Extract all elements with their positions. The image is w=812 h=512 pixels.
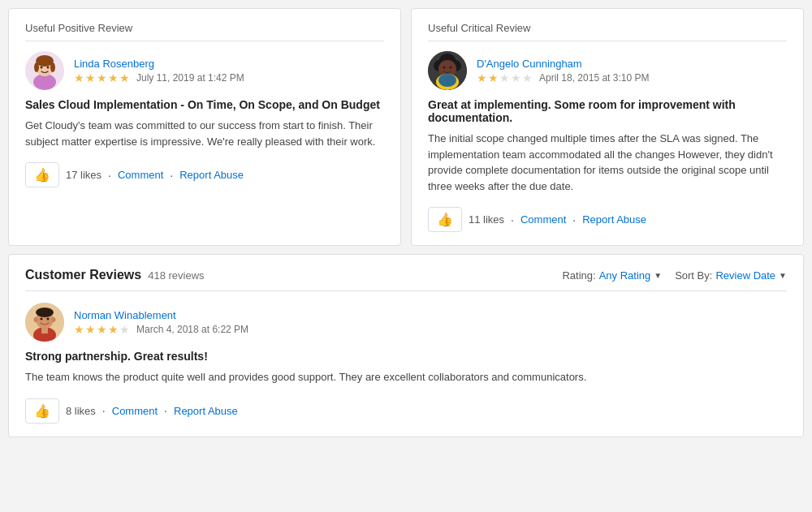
critical-reviewer-info: D'Angelo Cunningham ★ ★ ★ ★ ★ April 18, … xyxy=(477,58,649,84)
star-2: ★ xyxy=(85,71,96,84)
svg-point-18 xyxy=(438,74,456,87)
positive-review-date: July 11, 2019 at 1:42 PM xyxy=(136,72,244,84)
avatar xyxy=(25,303,64,342)
critical-review-date: April 18, 2015 at 3:10 PM xyxy=(539,72,649,84)
positive-stars: ★ ★ ★ ★ ★ xyxy=(74,71,130,84)
star-3: ★ xyxy=(499,71,510,84)
norman-stars-date-row: ★ ★ ★ ★ ★ March 4, 2018 at 6:22 PM xyxy=(74,323,248,336)
positive-reviewer-row: Linda Rosenberg ★ ★ ★ ★ ★ July 11, 2019 … xyxy=(25,51,384,90)
star-5: ★ xyxy=(119,71,130,84)
customer-reviews-left: Customer Reviews 418 reviews xyxy=(25,268,205,282)
critical-thumbs-button[interactable]: 👍 xyxy=(428,207,462,232)
star-1: ★ xyxy=(74,71,84,84)
sort-value[interactable]: Review Date xyxy=(715,269,775,282)
norman-review-text: The team knows the product quite well an… xyxy=(25,369,787,385)
norman-stars: ★ ★ ★ ★ ★ xyxy=(74,323,130,336)
critical-reviewer-name[interactable]: D'Angelo Cunningham xyxy=(477,58,649,70)
critical-actions-row: 👍 11 likes · Comment · Report Abuse xyxy=(428,207,787,232)
critical-stars-date-row: ★ ★ ★ ★ ★ April 18, 2015 at 3:10 PM xyxy=(477,71,649,84)
positive-review-title: Sales Cloud Implementation - On Time, On… xyxy=(25,98,384,111)
svg-point-25 xyxy=(52,317,56,322)
star-1: ★ xyxy=(477,71,487,84)
customer-reviews-title: Customer Reviews xyxy=(25,268,141,282)
norman-reviewer-row: Norman Winablement ★ ★ ★ ★ ★ March 4, 20… xyxy=(25,303,787,342)
rating-chevron-icon: ▼ xyxy=(654,271,662,280)
norman-reviewer-name[interactable]: Norman Winablement xyxy=(74,309,248,321)
positive-likes: 17 likes xyxy=(66,169,102,181)
svg-point-16 xyxy=(450,67,452,69)
svg-point-6 xyxy=(41,67,43,69)
critical-review-text: The initial scope changed multiple times… xyxy=(428,131,787,194)
star-5: ★ xyxy=(522,71,533,84)
rating-label: Rating: xyxy=(562,269,595,282)
critical-reviewer-row: D'Angelo Cunningham ★ ★ ★ ★ ★ April 18, … xyxy=(428,51,787,90)
customer-review-item: Norman Winablement ★ ★ ★ ★ ★ March 4, 20… xyxy=(25,303,787,424)
customer-reviews-section: Customer Reviews 418 reviews Rating: Any… xyxy=(8,254,804,437)
positive-reviewer-info: Linda Rosenberg ★ ★ ★ ★ ★ July 11, 2019 … xyxy=(74,58,244,84)
critical-review-section-title: Useful Critical Review xyxy=(428,22,787,41)
star-3: ★ xyxy=(97,323,107,336)
norman-thumbs-button[interactable]: 👍 xyxy=(25,398,59,424)
svg-point-4 xyxy=(34,62,39,72)
positive-reviewer-name[interactable]: Linda Rosenberg xyxy=(74,58,244,70)
svg-point-5 xyxy=(50,62,55,72)
norman-review-date: March 4, 2018 at 6:22 PM xyxy=(136,324,248,335)
norman-reviewer-info: Norman Winablement ★ ★ ★ ★ ★ March 4, 20… xyxy=(74,309,248,336)
rating-filter[interactable]: Rating: Any Rating ▼ xyxy=(562,269,662,282)
sort-filter[interactable]: Sort By: Review Date ▼ xyxy=(675,269,787,282)
star-2: ★ xyxy=(85,323,96,336)
star-2: ★ xyxy=(488,71,499,84)
svg-point-23 xyxy=(36,308,54,317)
norman-report-link[interactable]: Report Abuse xyxy=(174,405,238,417)
sort-label: Sort By: xyxy=(675,269,712,282)
positive-thumbs-button[interactable]: 👍 xyxy=(25,162,59,187)
norman-review-title: Strong partnership. Great results! xyxy=(25,350,787,363)
customer-reviews-header: Customer Reviews 418 reviews Rating: Any… xyxy=(25,268,787,291)
critical-review-card: Useful Critical Review xyxy=(411,8,804,246)
customer-reviews-right: Rating: Any Rating ▼ Sort By: Review Dat… xyxy=(562,269,787,282)
critical-stars: ★ ★ ★ ★ ★ xyxy=(477,71,533,84)
star-4: ★ xyxy=(108,323,119,336)
positive-review-section-title: Useful Positive Review xyxy=(25,22,384,41)
avatar xyxy=(25,51,64,90)
critical-comment-link[interactable]: Comment xyxy=(520,213,566,226)
star-5: ★ xyxy=(119,323,130,336)
critical-report-link[interactable]: Report Abuse xyxy=(582,213,646,226)
positive-actions-row: 👍 17 likes · Comment · Report Abuse xyxy=(25,162,384,187)
svg-point-27 xyxy=(47,318,50,321)
avatar xyxy=(428,51,467,90)
svg-point-24 xyxy=(34,317,38,322)
positive-report-link[interactable]: Report Abuse xyxy=(179,169,244,181)
norman-likes: 8 likes xyxy=(66,405,96,417)
svg-point-15 xyxy=(443,67,446,69)
rating-value[interactable]: Any Rating xyxy=(599,269,651,282)
star-4: ★ xyxy=(108,71,119,84)
star-4: ★ xyxy=(511,71,521,84)
norman-actions-row: 👍 8 likes · Comment · Report Abuse xyxy=(25,398,787,424)
svg-point-7 xyxy=(47,67,50,69)
norman-comment-link[interactable]: Comment xyxy=(112,405,158,417)
positive-review-card: Useful Positive Review xyxy=(8,8,401,246)
star-3: ★ xyxy=(97,71,107,84)
positive-stars-date-row: ★ ★ ★ ★ ★ July 11, 2019 at 1:42 PM xyxy=(74,71,244,84)
star-1: ★ xyxy=(74,323,84,336)
svg-point-26 xyxy=(41,318,43,321)
positive-review-text: Get Cloudy's team was committed to our s… xyxy=(25,118,384,149)
sort-chevron-icon: ▼ xyxy=(779,271,787,280)
critical-likes: 11 likes xyxy=(469,213,504,226)
review-count: 418 reviews xyxy=(148,269,204,282)
critical-review-title: Great at implementing. Some room for imp… xyxy=(428,98,787,124)
positive-comment-link[interactable]: Comment xyxy=(118,169,163,181)
